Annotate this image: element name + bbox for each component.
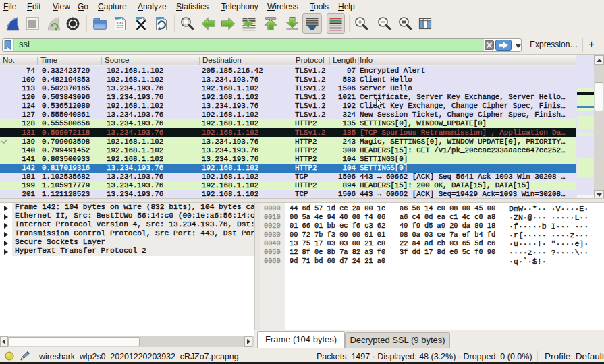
svg-text:0011: 0011: [117, 26, 124, 29]
